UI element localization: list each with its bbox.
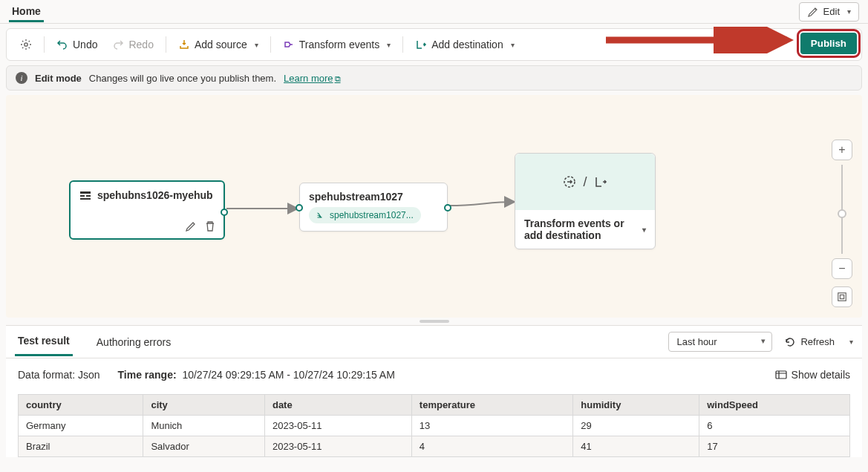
- transform-icon: [283, 39, 295, 50]
- node-source-title: spehubns1026-myehub: [97, 189, 213, 201]
- stream-pill[interactable]: spehubstream1027...: [309, 207, 421, 223]
- port-out[interactable]: [444, 204, 451, 212]
- show-details-button[interactable]: Show details: [775, 369, 850, 381]
- zoom-thumb[interactable]: [838, 209, 846, 218]
- tab-home[interactable]: Home: [9, 1, 44, 22]
- transform-button[interactable]: Transform events ▾: [275, 34, 398, 55]
- stream-pill-label: spehubstream1027...: [330, 210, 414, 220]
- zoom-controls: + −: [831, 140, 853, 307]
- col-date[interactable]: date: [264, 395, 411, 416]
- publish-button[interactable]: Publish: [800, 33, 857, 54]
- redo-button[interactable]: Redo: [105, 34, 160, 55]
- edit-button[interactable]: Edit ▾: [799, 2, 859, 22]
- trash-icon[interactable]: [204, 220, 216, 232]
- col-temperature[interactable]: temperature: [411, 395, 572, 416]
- pencil-icon: [807, 6, 819, 18]
- edit-mode-banner: i Edit mode Changes will go live once yo…: [6, 65, 862, 91]
- redo-icon: [112, 39, 124, 50]
- refresh-icon: [784, 336, 796, 348]
- add-source-label: Add source: [195, 39, 247, 50]
- node-stream-title: spehubstream1027: [309, 191, 403, 203]
- redo-label: Redo: [128, 39, 153, 50]
- tab-authoring-errors[interactable]: Authoring errors: [94, 329, 174, 355]
- details-icon: [775, 369, 787, 381]
- chevron-down-icon[interactable]: ▾: [849, 338, 853, 346]
- port-in[interactable]: [296, 204, 303, 212]
- table-row[interactable]: BrazilSalvador2023-05-1144117: [19, 436, 850, 457]
- format-value: Json: [78, 369, 100, 381]
- zoom-out-button[interactable]: −: [832, 258, 852, 279]
- zoom-slider[interactable]: [841, 165, 843, 254]
- edge-stream-to-placeholder: [448, 193, 519, 215]
- gear-icon: [20, 39, 32, 50]
- separator: [166, 36, 166, 53]
- show-details-label: Show details: [792, 369, 850, 381]
- chevron-down-icon: ▾: [255, 41, 258, 49]
- separator: [44, 36, 45, 53]
- tab-test-result[interactable]: Test result: [15, 327, 73, 356]
- svg-rect-7: [838, 293, 846, 301]
- range-label: Time range:: [118, 369, 177, 381]
- learn-more-link[interactable]: Learn more⧉: [284, 73, 340, 84]
- placeholder-icons: /: [515, 154, 655, 210]
- node-placeholder[interactable]: / Transform events or add destination ▾: [515, 153, 656, 249]
- transform-icon: [562, 174, 577, 189]
- add-destination-button[interactable]: Add destination ▾: [408, 34, 522, 55]
- undo-button[interactable]: Undo: [49, 34, 105, 55]
- panel-resize-handle[interactable]: [0, 318, 868, 325]
- info-icon: i: [16, 72, 27, 84]
- chevron-down-icon: ▾: [847, 7, 851, 16]
- svg-rect-2: [80, 191, 91, 194]
- port-out[interactable]: [221, 209, 228, 216]
- external-link-icon: ⧉: [335, 74, 341, 83]
- col-city[interactable]: city: [143, 395, 265, 416]
- chevron-down-icon[interactable]: ▾: [642, 226, 646, 234]
- destination-out-icon: [415, 39, 427, 50]
- svg-point-0: [25, 43, 27, 46]
- fit-view-button[interactable]: [832, 286, 852, 307]
- svg-rect-9: [776, 371, 786, 378]
- col-humidity[interactable]: humidity: [573, 395, 699, 416]
- chevron-down-icon: ▾: [387, 41, 391, 49]
- table-row[interactable]: GermanyMunich2023-05-1113296: [19, 416, 850, 436]
- node-source[interactable]: spehubns1026-myehub: [69, 180, 225, 240]
- svg-rect-5: [80, 198, 91, 200]
- transform-label: Transform events: [299, 39, 379, 50]
- results-panel: Test result Authoring errors Last hour R…: [6, 325, 862, 457]
- add-destination-label: Add destination: [431, 39, 503, 50]
- banner-title: Edit mode: [35, 73, 82, 84]
- banner-message: Changes will go live once you publish th…: [89, 73, 276, 84]
- range-value: 10/27/24 09:29:15 AM - 10/27/24 10:29:15…: [182, 369, 394, 381]
- refresh-label: Refresh: [800, 336, 835, 347]
- col-country[interactable]: country: [19, 395, 143, 416]
- node-stream[interactable]: spehubstream1027 spehubstream1027...: [299, 183, 448, 232]
- flow-canvas[interactable]: spehubns1026-myehub spehubstream1027 spe…: [6, 95, 862, 318]
- stream-icon: [316, 211, 325, 220]
- chevron-down-icon: ▾: [511, 41, 515, 49]
- edit-label: Edit: [823, 6, 840, 17]
- separator: [270, 36, 271, 53]
- settings-button[interactable]: [13, 34, 39, 55]
- svg-rect-4: [86, 195, 91, 197]
- eventhub-icon: [79, 189, 91, 201]
- add-source-button[interactable]: Add source ▾: [171, 34, 266, 55]
- refresh-button[interactable]: Refresh: [780, 333, 839, 351]
- undo-label: Undo: [73, 39, 97, 50]
- edge-source-to-stream: [225, 197, 302, 220]
- placeholder-text: Transform events or add destination: [524, 217, 639, 241]
- zoom-in-button[interactable]: +: [832, 140, 852, 160]
- col-windSpeed[interactable]: windSpeed: [699, 395, 850, 416]
- tab-bar: Home Edit ▾: [0, 0, 868, 24]
- format-label: Data format:: [18, 369, 75, 381]
- time-range-select[interactable]: Last hour: [668, 332, 772, 352]
- separator: [402, 36, 403, 53]
- source-in-icon: [178, 39, 190, 50]
- fit-icon: [837, 292, 847, 302]
- destination-out-icon: [593, 174, 608, 189]
- svg-rect-8: [840, 295, 843, 298]
- svg-rect-3: [80, 195, 85, 197]
- pencil-icon[interactable]: [185, 220, 197, 232]
- callout-arrow: [603, 27, 803, 53]
- undo-icon: [56, 39, 68, 50]
- results-table: countrycitydatetemperaturehumiditywindSp…: [18, 394, 850, 457]
